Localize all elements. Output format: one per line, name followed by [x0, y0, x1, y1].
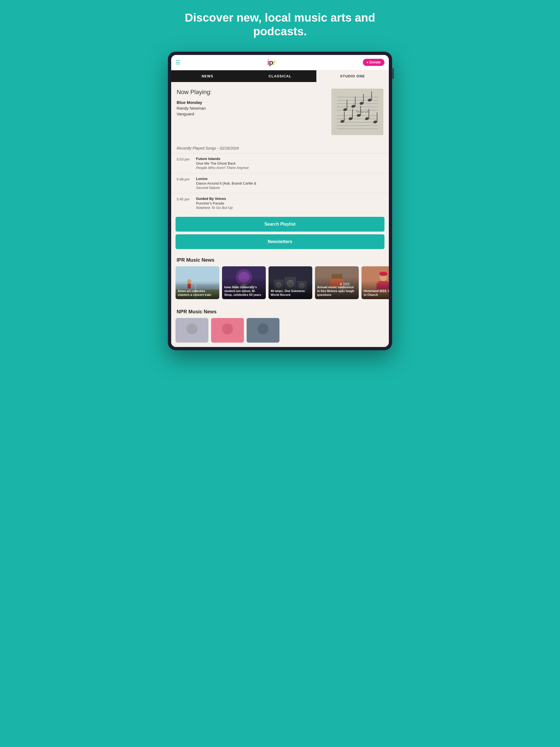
song-row: 5:45 pm Guided By Voices Puncher's Parad…: [171, 193, 389, 213]
ipr-music-news-section: IPR Music News: [171, 252, 389, 304]
npr-music-news-title: NPR Music News: [171, 304, 389, 318]
logo-dot: .: [276, 61, 276, 64]
news-card-5-text: Hinterland 2024, Take Me to Church: [364, 289, 389, 297]
tab-news[interactable]: NEWS: [171, 70, 244, 82]
song-time-1: 5:53 pm: [177, 157, 192, 161]
now-playing-section: Now Playing: Blue Monday Randy Newman Va…: [171, 82, 389, 141]
tablet-frame: ☰ ipr. Donate NEWS CLASSICAL STUDIO ONE …: [168, 52, 392, 350]
svg-point-71: [258, 324, 269, 334]
news-card-1[interactable]: Ames art collective charters a concert t…: [176, 266, 219, 299]
tablet-screen: ☰ ipr. Donate NEWS CLASSICAL STUDIO ONE …: [171, 55, 389, 347]
ipr-music-news-title: IPR Music News: [171, 252, 389, 266]
news-card-3-text: 80 amps, One Guinness World Record: [271, 289, 310, 297]
svg-rect-7: [337, 119, 378, 119]
song-row: 5:48 pm Lucius Dance Around It (feat. Br…: [171, 173, 389, 193]
svg-rect-2: [337, 100, 378, 101]
svg-rect-4: [337, 107, 378, 107]
newsletters-button[interactable]: Newsletters: [176, 234, 384, 249]
news-card-4[interactable]: A DIS TO... R... Annual music conference…: [315, 266, 359, 299]
donate-button[interactable]: Donate: [363, 59, 384, 66]
track-artist: Randy Newman: [177, 106, 323, 110]
menu-icon[interactable]: ☰: [176, 59, 180, 66]
recently-played-header: Recently Played Songs - 02/16/2024: [171, 141, 389, 153]
svg-point-69: [222, 324, 233, 334]
news-card-2-text: Iowa State University's student run venu…: [224, 285, 263, 297]
npr-music-news-section: NPR Music News: [171, 304, 389, 347]
svg-rect-9: [337, 125, 378, 126]
news-card-4-text: Annual music conference in Des Moines as…: [317, 285, 357, 297]
svg-point-67: [186, 324, 198, 334]
logo-p: p: [269, 58, 273, 67]
search-playlist-button[interactable]: Search Playlist: [176, 217, 384, 232]
now-playing-info: Now Playing: Blue Monday Randy Newman Va…: [177, 88, 323, 116]
album-art: Violino solo: [331, 88, 383, 135]
svg-rect-62: [379, 272, 387, 276]
npr-news-scroll[interactable]: [171, 318, 389, 347]
logo-r: r: [273, 58, 276, 67]
song-time-3: 5:45 pm: [177, 197, 192, 201]
npr-card-3[interactable]: [247, 318, 279, 343]
song-info-1: Future Islands Give Me The Ghost Back Pe…: [196, 157, 249, 170]
app-header: ☰ ipr. Donate: [171, 55, 389, 70]
news-card-1-text: Ames art collective charters a concert t…: [178, 289, 217, 297]
nav-tabs: NEWS CLASSICAL STUDIO ONE: [171, 70, 389, 82]
ipr-news-scroll[interactable]: Ames art collective charters a concert t…: [171, 266, 389, 304]
npr-card-2[interactable]: [211, 318, 244, 343]
news-card-3[interactable]: 80 amps, One Guinness World Record: [269, 266, 312, 299]
song-info-2: Lucius Dance Around It (feat. Brandi Car…: [196, 177, 256, 190]
hero-tagline: Discover new, local music arts and podca…: [184, 11, 376, 38]
news-card-2[interactable]: Iowa State University's student run venu…: [222, 266, 266, 299]
action-buttons: Search Playlist Newsletters: [171, 217, 389, 249]
npr-card-1[interactable]: [176, 318, 208, 343]
tab-studio-one[interactable]: STUDIO ONE: [316, 70, 389, 82]
now-playing-label: Now Playing:: [177, 88, 323, 96]
track-album: Vanguard: [177, 111, 323, 116]
song-info-3: Guided By Voices Puncher's Parade Nowher…: [196, 197, 233, 210]
track-title: Blue Monday: [177, 100, 323, 105]
song-row: 5:53 pm Future Islands Give Me The Ghost…: [171, 153, 389, 173]
news-card-5[interactable]: Hinterland 2024, Take Me to Church: [361, 266, 389, 299]
tab-classical[interactable]: CLASSICAL: [244, 70, 316, 82]
song-time-2: 5:48 pm: [177, 177, 192, 181]
svg-rect-3: [337, 103, 378, 104]
svg-rect-10: [337, 129, 378, 129]
svg-text:Violino solo: Violino solo: [356, 110, 369, 113]
logo: ipr.: [267, 58, 276, 67]
